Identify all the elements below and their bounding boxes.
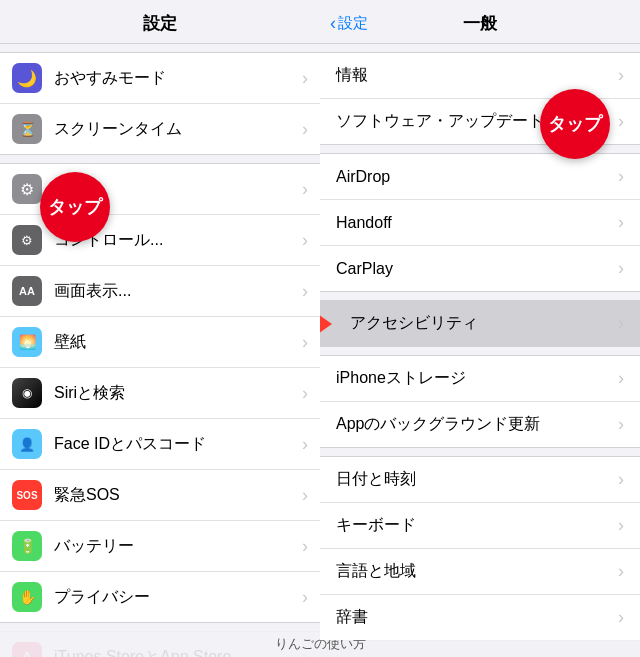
right-group-2: AirDrop Handoff CarPlay [320,153,640,292]
language-label: 言語と地域 [336,561,416,582]
row-info[interactable]: 情報 [320,53,640,99]
left-panel: 設定 🌙 おやすみモード ⏳ スクリーンタイム ⚙ 一般 タップ ⚙ コントロー… [0,0,320,657]
sos-icon: SOS [12,480,42,510]
software-label: ソフトウェア・アップデート [336,111,544,132]
accessibility-label: アクセシビリティ [336,313,478,334]
handoff-label: Handoff [336,214,392,232]
watermark-text: りんごの使い方 [275,636,321,651]
chevron-icon [618,414,624,435]
chevron-icon [618,368,624,389]
row-keyboard[interactable]: キーボード [320,503,640,549]
row-battery[interactable]: 🔋 バッテリー [0,521,320,572]
chevron-icon [302,68,308,89]
storage-label: iPhoneストレージ [336,368,466,389]
chevron-icon [302,383,308,404]
chevron-icon [302,281,308,302]
left-group-1: 🌙 おやすみモード ⏳ スクリーンタイム [0,52,320,155]
row-accessibility[interactable]: アクセシビリティ [320,301,640,346]
chevron-icon [618,212,624,233]
chevron-icon [302,179,308,200]
row-handoff[interactable]: Handoff [320,200,640,246]
row-faceid[interactable]: 👤 Face IDとパスコード [0,419,320,470]
appbg-label: Appのバックグラウンド更新 [336,414,540,435]
row-datetime[interactable]: 日付と時刻 [320,457,640,503]
chevron-icon [618,111,624,132]
accessibility-arrow [320,314,332,334]
hourglass-icon: ⏳ [12,114,42,144]
back-label: 設定 [338,14,368,33]
siri-icon: ◉ [12,378,42,408]
right-header: ‹ 設定 一般 [320,0,640,44]
siri-label: Siriと検索 [54,383,302,404]
display-icon: AA [12,276,42,306]
airdrop-label: AirDrop [336,168,390,186]
row-carplay[interactable]: CarPlay [320,246,640,291]
chevron-icon [302,536,308,557]
display-label: 画面表示... [54,281,302,302]
row-general[interactable]: ⚙ 一般 タップ [0,164,320,215]
right-panel: ‹ 設定 一般 情報 ソフトウェア・アップデート タップ AirDrop Han… [320,0,640,657]
sos-label: 緊急SOS [54,485,302,506]
faceid-icon: 👤 [12,429,42,459]
row-sos[interactable]: SOS 緊急SOS [0,470,320,521]
row-oyasumi[interactable]: 🌙 おやすみモード [0,53,320,104]
row-airdrop[interactable]: AirDrop [320,154,640,200]
chevron-icon [618,258,624,279]
oyasumi-label: おやすみモード [54,68,302,89]
gear-icon: ⚙ [12,174,42,204]
privacy-icon: ✋ [12,582,42,612]
control-icon: ⚙ [12,225,42,255]
right-group-5: 日付と時刻 キーボード 言語と地域 辞書 [320,456,640,641]
row-display[interactable]: AA 画面表示... [0,266,320,317]
tap-badge-right: タップ [540,89,610,159]
chevron-icon [302,230,308,251]
carplay-label: CarPlay [336,260,393,278]
chevron-icon [302,332,308,353]
row-software-update[interactable]: ソフトウェア・アップデート タップ [320,99,640,144]
back-chevron-icon: ‹ [330,13,336,34]
row-language[interactable]: 言語と地域 [320,549,640,595]
chevron-icon [618,469,624,490]
row-iphone-storage[interactable]: iPhoneストレージ [320,356,640,402]
row-siri[interactable]: ◉ Siriと検索 [0,368,320,419]
chevron-icon [618,313,624,334]
right-group-4: iPhoneストレージ Appのバックグラウンド更新 [320,355,640,448]
chevron-icon [618,607,624,628]
chevron-icon [302,485,308,506]
right-group-1: 情報 ソフトウェア・アップデート タップ [320,52,640,145]
keyboard-label: キーボード [336,515,416,536]
datetime-label: 日付と時刻 [336,469,416,490]
row-privacy[interactable]: ✋ プライバシー [0,572,320,622]
row-dictionary[interactable]: 辞書 [320,595,640,640]
moon-icon: 🌙 [12,63,42,93]
back-button[interactable]: ‹ 設定 [330,13,368,34]
watermark: りんごの使い方 [0,631,320,657]
privacy-label: プライバシー [54,587,302,608]
battery-icon: 🔋 [12,531,42,561]
left-group-2: ⚙ 一般 タップ ⚙ コントロール... AA 画面表示... 🌅 壁紙 ◉ S… [0,163,320,623]
chevron-icon [302,587,308,608]
tap-badge-left: タップ [40,172,110,242]
wallpaper-label: 壁紙 [54,332,302,353]
row-screentime[interactable]: ⏳ スクリーンタイム [0,104,320,154]
wallpaper-icon: 🌅 [12,327,42,357]
right-title: 一般 [463,12,497,35]
battery-label: バッテリー [54,536,302,557]
chevron-icon [302,434,308,455]
right-group-3: アクセシビリティ [320,300,640,347]
left-header: 設定 [0,0,320,44]
dictionary-label: 辞書 [336,607,368,628]
info-label: 情報 [336,65,368,86]
screentime-label: スクリーンタイム [54,119,302,140]
left-title: 設定 [143,14,177,33]
chevron-icon [618,561,624,582]
chevron-icon [618,515,624,536]
chevron-icon [618,166,624,187]
chevron-icon [618,65,624,86]
chevron-icon [302,119,308,140]
row-app-background[interactable]: Appのバックグラウンド更新 [320,402,640,447]
faceid-label: Face IDとパスコード [54,434,302,455]
row-wallpaper[interactable]: 🌅 壁紙 [0,317,320,368]
